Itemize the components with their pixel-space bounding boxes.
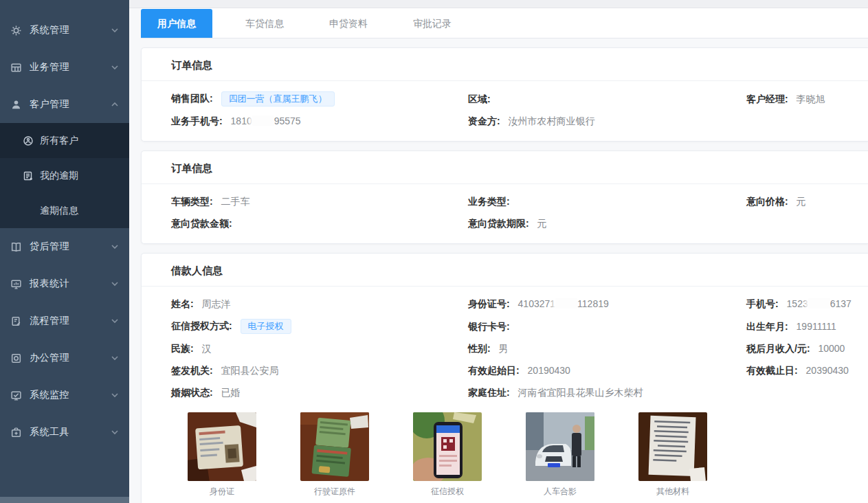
top-strip: [129, 0, 868, 8]
sidebar-item-label: 系统工具: [30, 426, 110, 438]
vehicle-license-photo[interactable]: 行驶证原件: [300, 412, 369, 498]
field-issuing-authority: 签发机关: 宜阳县公安局: [171, 363, 468, 378]
document-photos: 身份证: [188, 412, 838, 498]
photo-caption: 人车合影: [526, 486, 594, 498]
credit-auth-tag[interactable]: 电子授权: [241, 319, 291, 334]
person-car-photo[interactable]: 人车合影: [526, 412, 594, 498]
section-title: 订单信息: [142, 48, 868, 81]
redacted-blur: [808, 298, 830, 309]
chevron-down-icon: [110, 25, 120, 35]
sidebar-item-postloan-management[interactable]: 贷后管理: [0, 228, 129, 265]
field-marital-status: 婚姻状态: 已婚: [171, 385, 468, 400]
sidebar-item-label: 贷后管理: [30, 241, 110, 253]
book-icon: [10, 241, 22, 253]
chevron-down-icon: [110, 242, 120, 252]
sidebar-item-label: 办公管理: [30, 352, 110, 364]
sidebar-item-office-management[interactable]: 办公管理: [0, 339, 129, 377]
sidebar-item-all-customers[interactable]: 所有客户: [0, 123, 129, 158]
borrower-info-card: 借款人信息 姓名: 周志洋 身份证号: 4103271112819 手机号: 1…: [141, 253, 868, 503]
sidebar-item-process-management[interactable]: 流程管理: [0, 302, 129, 339]
workflow-icon: [10, 315, 22, 327]
field-funder: 资金方: 汝州市农村商业银行: [468, 113, 746, 128]
field-bank-card: 银行卡号:: [468, 319, 746, 334]
sidebar: 系统管理 业务管理 客户管理 所有客户: [0, 0, 129, 503]
chevron-down-icon: [110, 390, 120, 400]
field-valid-to: 有效截止日: 20390430: [746, 363, 849, 378]
tab-user-info[interactable]: 用户信息: [141, 9, 212, 38]
sidebar-item-business-management[interactable]: 业务管理: [0, 49, 129, 86]
tab-loan-application-docs[interactable]: 申贷资料: [313, 9, 384, 38]
chevron-down-icon: [110, 427, 120, 437]
field-intent-price: 意向价格: 元: [746, 194, 838, 209]
peoples-icon: [23, 135, 34, 146]
field-mobile: 手机号: 15236137: [746, 296, 852, 311]
sidebar-item-label: 流程管理: [30, 315, 110, 327]
field-sales-team: 销售团队: 四团一营（直属王鹏飞）: [171, 91, 468, 107]
sidebar-item-label: 系统管理: [30, 24, 110, 36]
field-business-phone: 业务手机号: 181095575: [171, 113, 468, 128]
office-icon: [10, 353, 22, 364]
detail-tabs: 用户信息 车贷信息 申贷资料 审批记录: [141, 8, 868, 38]
redacted-blur: [555, 298, 577, 309]
app-window: 系统管理 业务管理 客户管理 所有客户: [0, 0, 868, 503]
sidebar-item-label: 客户管理: [30, 98, 110, 111]
id-card-photo[interactable]: 身份证: [188, 412, 256, 498]
field-id-number: 身份证号: 4103271112819: [468, 296, 746, 311]
photo-caption: 行驶证原件: [300, 486, 369, 498]
field-intent-loan-amount: 意向贷款金额:: [171, 216, 468, 231]
redacted-blur: [252, 115, 274, 126]
sidebar-item-system-monitor[interactable]: 系统监控: [0, 377, 129, 414]
section-title: 订单信息: [142, 151, 868, 184]
chevron-down-icon: [110, 63, 120, 72]
field-valid-from: 有效起始日: 20190430: [468, 363, 746, 378]
chevron-down-icon: [110, 279, 120, 289]
sidebar-item-system-management[interactable]: 系统管理: [0, 12, 129, 49]
tab-approval-records[interactable]: 审批记录: [397, 9, 468, 38]
field-credit-auth-method: 征信授权方式: 电子授权: [171, 318, 468, 334]
loan-intent-card: 订单信息 车辆类型: 二手车 业务类型: 意向价格: 元: [141, 150, 868, 244]
field-home-address: 家庭住址: 河南省宜阳县花果山乡木柴村: [468, 385, 746, 400]
sales-team-tag[interactable]: 四团一营（直属王鹏飞）: [221, 91, 335, 107]
grid-icon: [10, 62, 22, 74]
field-monthly-income: 税后月收入/元: 10000: [746, 341, 845, 356]
photo-caption: 身份证: [188, 486, 256, 498]
field-intent-loan-term: 意向贷款期限: 元: [468, 216, 746, 231]
field-ethnicity: 民族: 汉: [171, 341, 468, 356]
photo-caption: 其他材料: [638, 486, 707, 498]
gear-icon: [10, 25, 22, 36]
sidebar-item-overdue-info[interactable]: 逾期信息: [0, 193, 129, 228]
sidebar-item-label: 系统监控: [30, 389, 110, 401]
monitor-icon: [10, 390, 22, 401]
sidebar-item-system-tools[interactable]: 系统工具: [0, 414, 129, 451]
sidebar-item-my-overdue[interactable]: 我的逾期: [0, 158, 129, 193]
handwritten-doc-photo[interactable]: 其他材料: [638, 412, 707, 498]
sidebar-item-label: 业务管理: [30, 61, 110, 74]
user-icon: [10, 99, 22, 111]
chevron-down-icon: [110, 316, 120, 326]
field-birth-date: 出生年月: 19911111: [746, 319, 838, 334]
field-region: 区域:: [468, 91, 746, 107]
chevron-down-icon: [110, 353, 120, 363]
chevron-up-icon: [110, 100, 120, 109]
sidebar-item-label: 我的逾期: [40, 170, 78, 182]
sidebar-scrollbar[interactable]: [0, 497, 129, 503]
tools-icon: [10, 427, 22, 438]
credit-auth-photo[interactable]: 征信授权: [413, 412, 482, 498]
main-content: 用户信息 车贷信息 申贷资料 审批记录 订单信息 销售团队: 四团一营（直属王鹏…: [129, 0, 868, 503]
sidebar-item-label: 所有客户: [40, 135, 78, 147]
sidebar-item-label: 报表统计: [30, 278, 110, 290]
field-account-manager: 客户经理: 李晓旭: [746, 91, 838, 107]
field-gender: 性别: 男: [468, 341, 746, 356]
order-info-card: 订单信息 销售团队: 四团一营（直属王鹏飞） 区域: 客户经理: 李晓旭: [141, 47, 868, 142]
field-vehicle-type: 车辆类型: 二手车: [171, 194, 468, 209]
sidebar-item-label: 逾期信息: [40, 205, 78, 217]
field-business-type: 业务类型:: [468, 194, 746, 209]
sidebar-item-customer-management[interactable]: 客户管理: [0, 86, 129, 123]
customer-submenu: 所有客户 我的逾期 逾期信息: [0, 123, 129, 228]
tab-car-loan-info[interactable]: 车贷信息: [229, 9, 300, 38]
sidebar-item-report-statistics[interactable]: 报表统计: [0, 265, 129, 302]
section-title: 借款人信息: [142, 254, 868, 287]
report-icon: [10, 278, 22, 290]
overdue-doc-icon: [23, 170, 34, 181]
photo-caption: 征信授权: [413, 486, 482, 498]
